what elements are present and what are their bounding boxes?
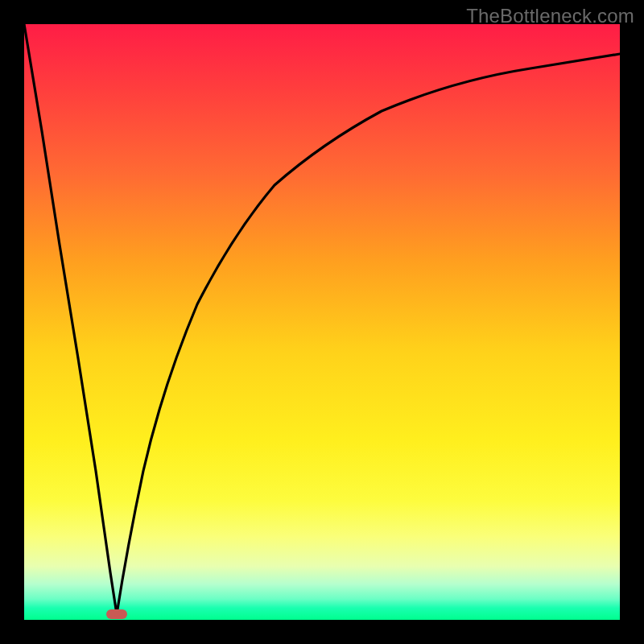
plot-area [24, 24, 620, 620]
bottleneck-curve [24, 24, 620, 620]
chart-frame: TheBottleneck.com [0, 0, 644, 644]
curve-left-branch [24, 24, 117, 614]
curve-right-branch [117, 54, 620, 614]
optimal-point-marker [106, 609, 127, 619]
